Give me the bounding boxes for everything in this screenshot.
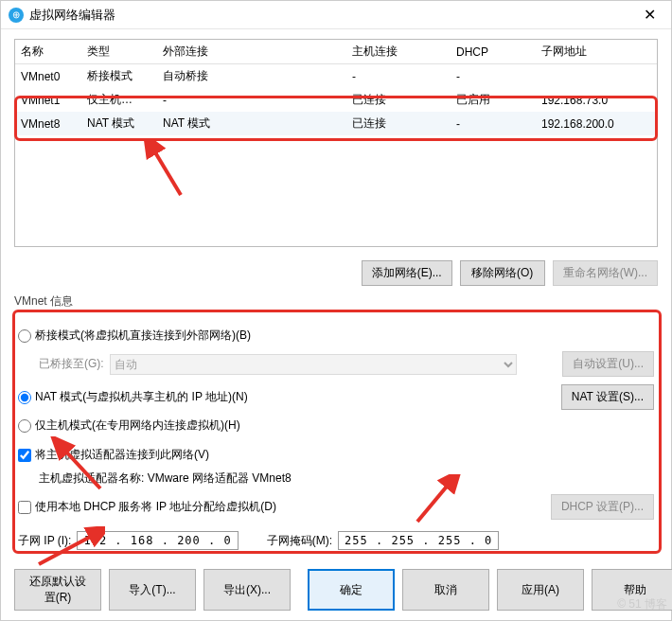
col-host[interactable]: 主机连接 <box>346 40 451 64</box>
table-row[interactable]: VMnet1 仅主机… - 已连接 已启用 192.168.73.0 <box>15 88 657 112</box>
bridge-to-select: 自动 <box>110 354 517 375</box>
import-button[interactable]: 导入(T)... <box>109 569 196 611</box>
auto-settings-button: 自动设置(U)... <box>562 351 654 377</box>
nat-settings-button[interactable]: NAT 设置(S)... <box>561 384 654 410</box>
window-title: 虚拟网络编辑器 <box>29 7 636 24</box>
col-name[interactable]: 名称 <box>15 40 81 64</box>
use-dhcp-checkbox[interactable]: 使用本地 DHCP 服务将 IP 地址分配给虚拟机(D) <box>18 499 276 515</box>
apply-button[interactable]: 应用(A) <box>497 569 584 611</box>
col-dhcp[interactable]: DHCP <box>451 40 536 64</box>
rename-network-button: 重命名网络(W)... <box>553 260 658 286</box>
restore-defaults-button[interactable]: 还原默认设置(R) <box>14 569 101 611</box>
col-ext[interactable]: 外部连接 <box>157 40 346 64</box>
close-button[interactable]: ✕ <box>636 6 663 24</box>
table-row-selected[interactable]: VMnet8 NAT 模式 NAT 模式 已连接 - 192.168.200.0 <box>15 112 657 135</box>
cancel-button[interactable]: 取消 <box>402 569 489 611</box>
dhcp-settings-button: DHCP 设置(P)... <box>551 494 654 520</box>
subnet-ip-input[interactable]: 192 . 168 . 200 . 0 <box>77 531 238 550</box>
col-subnet[interactable]: 子网地址 <box>536 40 657 64</box>
subnet-mask-label: 子网掩码(M): <box>267 533 332 549</box>
ok-button[interactable]: 确定 <box>308 569 395 611</box>
add-network-button[interactable]: 添加网络(E)... <box>362 260 452 286</box>
bridge-mode-radio[interactable]: 桥接模式(将虚拟机直接连接到外部网络)(B) <box>18 328 251 344</box>
hostonly-mode-radio[interactable]: 仅主机模式(在专用网络内连接虚拟机)(H) <box>18 417 240 434</box>
remove-network-button[interactable]: 移除网络(O) <box>460 260 545 286</box>
bridge-to-label: 已桥接至(G): <box>39 356 104 372</box>
col-type[interactable]: 类型 <box>81 40 157 64</box>
export-button[interactable]: 导出(X)... <box>203 569 291 611</box>
subnet-ip-label: 子网 IP (I): <box>18 533 71 549</box>
vmnet-table[interactable]: 名称 类型 外部连接 主机连接 DHCP 子网地址 VMnet0 桥接模式 自动… <box>14 39 658 247</box>
nat-mode-radio[interactable]: NAT 模式(与虚拟机共享主机的 IP 地址)(N) <box>18 389 248 405</box>
vmnet-info-title: VMnet 信息 <box>1 293 671 311</box>
subnet-mask-input[interactable]: 255 . 255 . 255 . 0 <box>338 531 499 550</box>
watermark: © 51 博客 <box>617 596 667 612</box>
adapter-name-label: 主机虚拟适配器名称: VMware 网络适配器 VMnet8 <box>39 470 292 487</box>
app-icon: ⊕ <box>9 8 24 23</box>
connect-host-checkbox[interactable]: 将主机虚拟适配器连接到此网络(V) <box>18 447 209 463</box>
table-row[interactable]: VMnet0 桥接模式 自动桥接 - - <box>15 64 657 89</box>
